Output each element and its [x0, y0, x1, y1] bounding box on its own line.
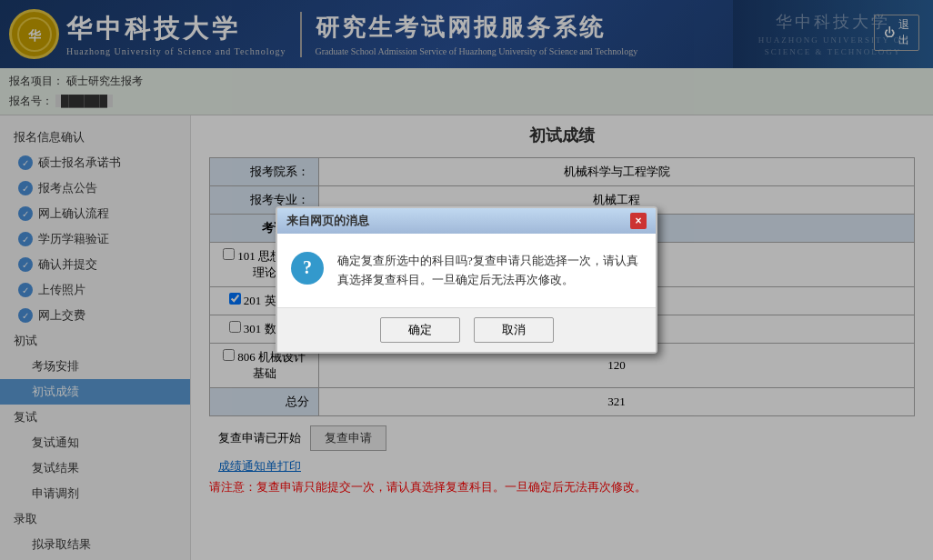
dialog-overlay: 来自网页的消息 × ? 确定复查所选中的科目吗?复查申请只能选择一次，请认真真选… [0, 0, 933, 560]
dialog-confirm-button[interactable]: 确定 [380, 317, 460, 343]
dialog-body: ? 确定复查所选中的科目吗?复查申请只能选择一次，请认真真选择复查科目。一旦确定… [277, 234, 656, 308]
dialog-titlebar: 来自网页的消息 × [277, 208, 656, 234]
dialog-close-button[interactable]: × [630, 213, 647, 229]
dialog-title: 来自网页的消息 [286, 213, 369, 229]
dialog-box: 来自网页的消息 × ? 确定复查所选中的科目吗?复查申请只能选择一次，请认真真选… [276, 206, 657, 355]
dialog-message: 确定复查所选中的科目吗?复查申请只能选择一次，请认真真选择复查科目。一旦确定后无… [337, 252, 642, 290]
dialog-question-icon: ? [291, 252, 324, 285]
dialog-footer: 确定 取消 [277, 307, 656, 352]
dialog-cancel-button[interactable]: 取消 [474, 317, 554, 343]
